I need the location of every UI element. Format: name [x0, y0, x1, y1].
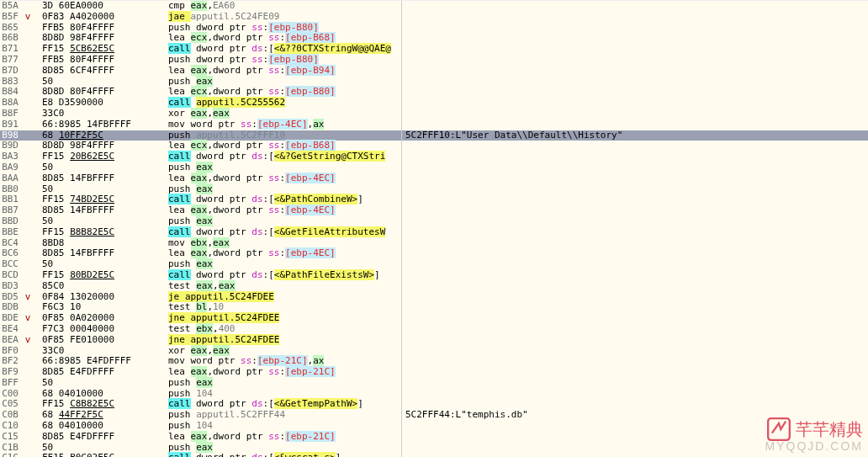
- comment-cell[interactable]: [402, 66, 868, 77]
- address-cell[interactable]: C10: [0, 421, 20, 432]
- disasm-cell[interactable]: test eax,eax: [165, 281, 401, 292]
- address-cell[interactable]: BF9: [0, 367, 20, 378]
- gutter-cell[interactable]: [20, 162, 37, 173]
- gutter-cell[interactable]: [20, 1, 37, 12]
- comment-cell[interactable]: [402, 109, 868, 120]
- address-column[interactable]: B5AB5FB65B6BB71B77B7DB83B84B8AB8FB91B98B…: [0, 1, 20, 457]
- disasm-cell[interactable]: test ebx,400: [165, 324, 401, 335]
- comment-cell[interactable]: [402, 259, 868, 270]
- gutter-cell[interactable]: [20, 324, 37, 335]
- bytes-cell[interactable]: 8D85 14FBFFFF: [37, 173, 165, 184]
- bytes-cell[interactable]: FF15 80BD2E5C: [37, 270, 165, 281]
- gutter-cell[interactable]: [20, 141, 37, 151]
- gutter-column[interactable]: vvvv: [20, 1, 37, 457]
- disasm-cell[interactable]: lea eax,dword ptr ss:[ebp-4EC]: [165, 173, 401, 184]
- disasm-cell[interactable]: lea eax,dword ptr ss:[ebp-21C]: [165, 432, 401, 443]
- comment-cell[interactable]: 5C2FFF44:L"temphis.db": [402, 410, 868, 421]
- gutter-cell[interactable]: [20, 66, 37, 77]
- bytes-cell[interactable]: 85C0: [37, 281, 165, 292]
- disasm-cell[interactable]: call dword ptr ds:[<&GetFileAttributesW: [165, 227, 401, 238]
- address-cell[interactable]: C1C: [0, 453, 20, 457]
- gutter-cell[interactable]: [20, 399, 37, 410]
- comment-cell[interactable]: [402, 33, 868, 44]
- gutter-cell[interactable]: [20, 216, 37, 227]
- gutter-cell[interactable]: v: [20, 335, 37, 346]
- gutter-cell[interactable]: [20, 120, 37, 130]
- gutter-cell[interactable]: [20, 389, 37, 400]
- comment-cell[interactable]: [402, 227, 868, 238]
- bytes-cell[interactable]: FF15 B8B82E5C: [37, 227, 165, 238]
- comment-cell[interactable]: [402, 77, 868, 88]
- comment-cell[interactable]: [402, 453, 868, 457]
- comment-cell[interactable]: [402, 98, 868, 109]
- comment-cell[interactable]: [402, 292, 868, 303]
- comment-cell[interactable]: [402, 346, 868, 357]
- gutter-cell[interactable]: [20, 378, 37, 389]
- gutter-cell[interactable]: [20, 238, 37, 249]
- comment-column[interactable]: 5C2FFF10:L"User Data\\Default\\History"5…: [402, 1, 868, 457]
- gutter-cell[interactable]: [20, 173, 37, 184]
- gutter-cell[interactable]: v: [20, 313, 37, 324]
- comment-cell[interactable]: [402, 194, 868, 205]
- address-cell[interactable]: BBE: [0, 227, 20, 238]
- bytes-cell[interactable]: FFB5 80F4FFFF: [37, 55, 165, 66]
- comment-cell[interactable]: [402, 378, 868, 389]
- gutter-cell[interactable]: [20, 270, 37, 281]
- address-cell[interactable]: BFF: [0, 378, 20, 389]
- gutter-cell[interactable]: [20, 130, 37, 141]
- comment-cell[interactable]: [402, 1, 868, 12]
- gutter-cell[interactable]: [20, 77, 37, 88]
- disasm-cell[interactable]: lea eax,dword ptr ss:[ebp-21C]: [165, 367, 401, 378]
- comment-cell[interactable]: [402, 302, 868, 313]
- gutter-cell[interactable]: [20, 443, 37, 454]
- gutter-cell[interactable]: [20, 410, 37, 421]
- bytes-cell[interactable]: 3D 60EA0000: [37, 1, 165, 12]
- comment-cell[interactable]: [402, 216, 868, 227]
- disasm-cell[interactable]: call dword ptr ds:[<&PathFileExistsW>]: [165, 270, 401, 281]
- comment-cell[interactable]: [402, 184, 868, 195]
- address-cell[interactable]: C15: [0, 432, 20, 443]
- comment-cell[interactable]: [402, 281, 868, 292]
- comment-cell[interactable]: [402, 248, 868, 259]
- comment-cell[interactable]: [402, 356, 868, 367]
- comment-cell[interactable]: [402, 313, 868, 324]
- comment-cell[interactable]: [402, 44, 868, 55]
- bytes-cell[interactable]: 8D85 14FBFFFF: [37, 205, 165, 216]
- comment-cell[interactable]: [402, 335, 868, 346]
- address-cell[interactable]: BEA: [0, 335, 20, 346]
- address-cell[interactable]: B8F: [0, 109, 20, 120]
- comment-cell[interactable]: 5C2FFF10:L"User Data\\Default\\History": [402, 130, 868, 141]
- bytes-cell[interactable]: FF15 B0C02E5C: [37, 453, 165, 457]
- gutter-cell[interactable]: [20, 151, 37, 162]
- disasm-cell[interactable]: jne apputil.5C24FDEE: [165, 313, 401, 324]
- bytes-cell[interactable]: 8D85 E4FDFFFF: [37, 367, 165, 378]
- address-cell[interactable]: BA9: [0, 162, 20, 173]
- comment-cell[interactable]: [402, 173, 868, 184]
- comment-cell[interactable]: [402, 324, 868, 335]
- gutter-cell[interactable]: [20, 23, 37, 34]
- address-cell[interactable]: BCD: [0, 270, 20, 281]
- gutter-cell[interactable]: [20, 248, 37, 259]
- gutter-cell[interactable]: [20, 33, 37, 44]
- gutter-cell[interactable]: [20, 356, 37, 367]
- bytes-cell[interactable]: 8D85 E4FDFFFF: [37, 432, 165, 443]
- comment-cell[interactable]: [402, 23, 868, 34]
- disasm-cell[interactable]: call dword ptr ds:[<&wcscat_s>]: [165, 453, 401, 457]
- bytes-cell[interactable]: 0F83 A4020000: [37, 12, 165, 23]
- comment-cell[interactable]: [402, 162, 868, 173]
- gutter-cell[interactable]: [20, 227, 37, 238]
- address-cell[interactable]: B91: [0, 120, 20, 130]
- gutter-cell[interactable]: [20, 281, 37, 292]
- bytes-cell[interactable]: FF15 20B62E5C: [37, 151, 165, 162]
- address-cell[interactable]: B7D: [0, 66, 20, 77]
- gutter-cell[interactable]: [20, 259, 37, 270]
- bytes-cell[interactable]: 50: [37, 162, 165, 173]
- comment-cell[interactable]: [402, 421, 868, 432]
- address-cell[interactable]: BAA: [0, 173, 20, 184]
- address-cell[interactable]: B5F: [0, 12, 20, 23]
- comment-cell[interactable]: [402, 141, 868, 151]
- bytes-cell[interactable]: 8D85 6CF4FFFF: [37, 66, 165, 77]
- gutter-cell[interactable]: [20, 205, 37, 216]
- comment-cell[interactable]: [402, 205, 868, 216]
- gutter-cell[interactable]: [20, 44, 37, 55]
